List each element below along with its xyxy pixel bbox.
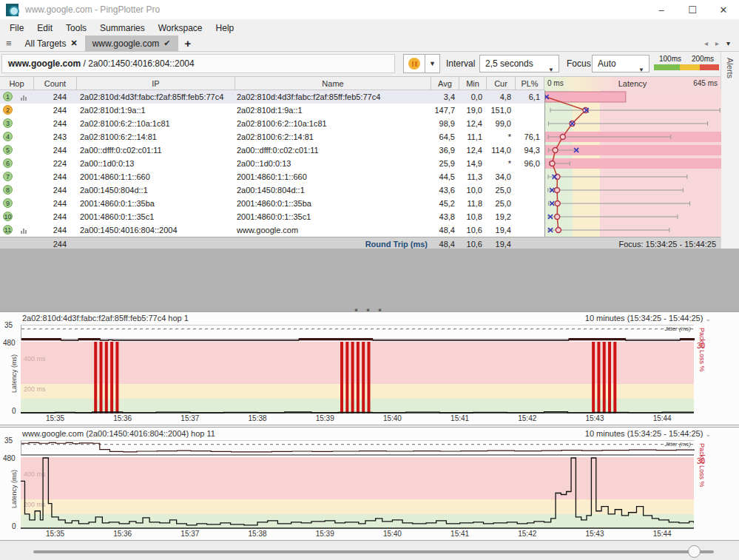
graph-time-range[interactable]: 10 minutes (15:34:25 - 15:44:25) ⌄ (585, 314, 711, 323)
tab-all-targets[interactable]: All Targets ✕ (18, 36, 85, 52)
bar-chart-icon[interactable] (21, 227, 29, 234)
count-cell: 244 (34, 183, 67, 197)
latency-plot[interactable]: 400 ms200 ms (21, 457, 694, 529)
focus-select[interactable]: Auto▼ (592, 55, 649, 72)
avg-cell: 43,8 (431, 210, 455, 223)
pl-cell: 6,1 (516, 90, 540, 104)
graph-splitter-area[interactable]: ● ● ● (0, 249, 739, 311)
scrollbar-track[interactable] (33, 550, 714, 553)
count-cell: 244 (34, 170, 67, 183)
y-axis-title: Latency (ms) (10, 463, 18, 515)
name-cell: 2a02:810d:1:9a::1 (237, 104, 429, 117)
tab-bar: ≡ All Targets ✕ www.google.com ✔ + ◂ ▸ ▾ (0, 36, 739, 52)
bar-chart-icon[interactable] (21, 94, 29, 101)
table-row[interactable]: 102442001:4860:0:1::35c12001:4860:0:1::3… (0, 210, 544, 223)
col-header-name[interactable]: Name (235, 77, 431, 91)
new-tab-button[interactable]: + (178, 37, 198, 50)
table-row[interactable]: 22442a02:810d:1:9a::12a02:810d:1:9a::114… (0, 104, 544, 117)
checkmark-icon: ✔ (163, 38, 170, 48)
col-header-latency[interactable]: 0 ms Latency 645 ms (544, 77, 721, 91)
table-row[interactable]: 32442a02:8100:6:2::10a:1c812a02:8100:6:2… (0, 117, 544, 130)
round-trip-row: 244 Round Trip (ms) 48,4 10,6 19,4 Focus… (0, 237, 721, 249)
timeline-graph-hop1[interactable]: 2a02:810d:4d3f:fabc:f2af:85ff:feb5:77c4 … (0, 311, 739, 425)
hop-badge: 6 (3, 158, 13, 168)
menu-item-tools[interactable]: Tools (59, 21, 93, 35)
cur-cell: 25,0 (487, 183, 511, 197)
latency-color-scale: 100ms 200ms (654, 55, 719, 70)
menu-item-edit[interactable]: Edit (30, 21, 59, 35)
cur-cell: 151,0 (487, 104, 511, 117)
minimize-button[interactable]: – (646, 0, 677, 20)
menu-item-file[interactable]: File (3, 21, 30, 35)
x-tick-label: 15:38 (249, 414, 267, 422)
x-tick-label: 15:37 (180, 530, 199, 538)
x-tick-label: 15:39 (316, 414, 334, 422)
table-row[interactable]: 52442a00::dfff:0:c02:c01:112a00::dfff:0:… (0, 144, 544, 157)
x-tick-label: 15:36 (113, 414, 132, 422)
hamburger-icon[interactable]: ≡ (0, 38, 18, 49)
avg-cell: 98,9 (431, 117, 455, 130)
col-header-pl[interactable]: PL% (516, 77, 544, 91)
col-header-ip[interactable]: IP (77, 77, 235, 91)
col-header-cur[interactable]: Cur (487, 77, 516, 91)
ip-cell: 2a00::1d0:0:13 (80, 157, 234, 170)
x-tick-label: 15:44 (653, 530, 672, 538)
y-axis-title: Latency (ms) (10, 348, 18, 399)
min-cell: 12,4 (459, 117, 482, 130)
hop-badge: 4 (3, 132, 13, 141)
hop-badge: 3 (3, 118, 13, 128)
ip-cell: 2a00:1450:4016:804::2004 (80, 223, 234, 237)
table-row[interactable]: 42432a02:8100:6:2::14:812a02:8100:6:2::1… (0, 130, 544, 144)
hop-badge: 2 (3, 105, 13, 115)
y-axis-min-label: 0 (12, 522, 16, 530)
x-tick-label: 15:39 (316, 530, 334, 538)
col-header-avg[interactable]: Avg (431, 77, 459, 91)
table-row[interactable]: 112442a00:1450:4016:804::2004www.google.… (0, 223, 544, 237)
name-cell: 2a00::dfff:0:c02:c01:11 (237, 144, 429, 157)
tab-scroll-right-icon[interactable]: ▸ (715, 39, 719, 47)
jitter-max-label: 35 (4, 321, 13, 329)
hop-badge: 1 (3, 92, 13, 101)
avg-cell: 25,9 (431, 157, 455, 170)
jitter-strip: Jitter (ms) (21, 440, 694, 456)
pause-dropdown-button[interactable]: ▼ (425, 54, 440, 73)
menu-item-help[interactable]: Help (209, 21, 241, 35)
x-tick-label: 15:40 (383, 414, 402, 422)
table-row[interactable]: 12442a02:810d:4d3f:fabc:f2af:85ff:feb5:7… (0, 90, 544, 104)
scrollbar-thumb[interactable] (688, 545, 701, 558)
menu-item-workspace[interactable]: Workspace (152, 21, 209, 35)
jitter-axis-label: Jitter (ms) (664, 325, 691, 332)
x-tick-label: 15:37 (180, 414, 199, 422)
table-row[interactable]: 72442001:4860:1:1::6602001:4860:1:1::660… (0, 170, 544, 183)
table-row[interactable]: 92442001:4860:0:1::35ba2001:4860:0:1::35… (0, 197, 544, 210)
menu-item-summaries[interactable]: Summaries (93, 21, 152, 35)
latency-plot[interactable]: 400 ms200 ms (21, 342, 694, 414)
tab-active-target[interactable]: www.google.com ✔ (85, 36, 178, 52)
ip-cell: 2001:4860:1:1::660 (80, 170, 234, 183)
tab-scroll-left-icon[interactable]: ◂ (704, 39, 708, 47)
graph-time-range[interactable]: 10 minutes (15:34:25 - 15:44:25) ⌄ (585, 429, 711, 438)
pl-cell (516, 104, 540, 117)
pause-button[interactable] (403, 54, 425, 73)
ip-cell: 2a02:8100:6:2::14:81 (80, 130, 234, 144)
close-tab-icon[interactable]: ✕ (70, 38, 77, 48)
col-header-min[interactable]: Min (459, 77, 487, 91)
count-cell: 244 (34, 90, 67, 104)
avg-cell: 147,7 (431, 104, 455, 117)
close-button[interactable]: ✕ (708, 0, 739, 20)
col-header-hop[interactable]: Hop (0, 77, 34, 91)
interval-select[interactable]: 2,5 seconds▼ (479, 55, 559, 72)
latency-column-graph (544, 90, 721, 237)
col-header-count[interactable]: Count (34, 77, 77, 91)
name-cell: 2a02:8100:6:2::10a:1c81 (237, 117, 429, 130)
ip-cell: 2a00::dfff:0:c02:c01:11 (80, 144, 234, 157)
tab-list-dropdown-icon[interactable]: ▾ (726, 39, 730, 47)
pl-cell (516, 210, 540, 223)
latency-trace-svg (21, 457, 694, 529)
table-row[interactable]: 62242a00::1d0:0:132a00::1d0:0:1325,914,9… (0, 157, 544, 170)
timeline-graph-hop11[interactable]: www.google.com (2a00:1450:4016:804::2004… (0, 427, 739, 541)
table-row[interactable]: 82442a00:1450:804d::12a00:1450:804d::143… (0, 183, 544, 197)
maximize-button[interactable]: ☐ (677, 0, 708, 20)
pl-cell (516, 117, 540, 130)
cur-cell: 25,0 (487, 197, 511, 210)
